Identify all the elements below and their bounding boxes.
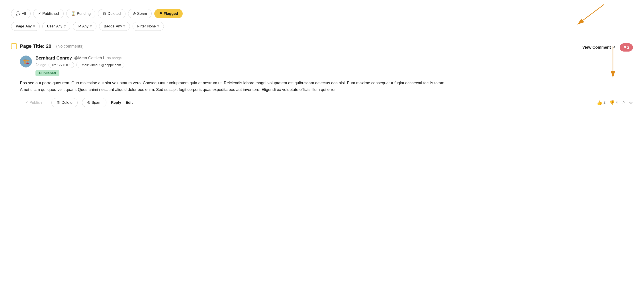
hourglass-icon: ⏳ xyxy=(71,11,76,16)
page-title: Page Title: 20 xyxy=(20,43,51,49)
check-icon: ✓ xyxy=(38,11,41,16)
badge-label: No badge xyxy=(106,56,122,60)
upvote-item[interactable]: 👍 2 xyxy=(597,100,606,105)
warning-icon: ⊙ xyxy=(133,11,136,16)
email-pill: Email: vince09@hoppe.com xyxy=(76,62,124,68)
chevron-down-icon: ▽ xyxy=(123,25,125,28)
section-divider xyxy=(11,37,633,37)
trash-small-icon: 🗑 xyxy=(56,100,60,105)
ip-filter-value: Any xyxy=(82,24,88,28)
filter-all[interactable]: 💬 All xyxy=(11,9,30,18)
status-filter-row: 💬 All ✓ Published ⏳ Pending 🗑 Deleted ⊙ … xyxy=(11,9,633,18)
author-name: Bernhard Conroy xyxy=(36,55,72,61)
delete-button[interactable]: 🗑 Delete xyxy=(52,98,78,107)
edit-button[interactable]: Edit xyxy=(126,100,133,105)
author-info: Bernhard Conroy @Meta Gottlieb I No badg… xyxy=(36,55,633,76)
trash-icon: 🗑 xyxy=(103,11,106,16)
author-row: 🏗️ Bernhard Conroy @Meta Gottlieb I No b… xyxy=(20,55,633,76)
warning-small-icon: ⊙ xyxy=(87,100,90,105)
star-item[interactable]: ☆ xyxy=(629,100,633,105)
ip-filter-dropdown[interactable]: IP Any ▽ xyxy=(73,22,96,31)
status-badge: Published xyxy=(36,70,633,76)
flag-count-badge: ⚑ 2 xyxy=(620,43,633,52)
downvote-item[interactable]: 👎 4 xyxy=(609,100,618,105)
custom-filter-value: None xyxy=(147,24,156,28)
page-filter-dropdown[interactable]: Page Any ▽ xyxy=(11,22,40,31)
flag-icon-small: ⚑ xyxy=(623,45,626,50)
chat-icon: 💬 xyxy=(16,11,20,16)
badge-filter-label: Badge xyxy=(104,24,114,28)
publish-button[interactable]: ✓ Publish xyxy=(20,98,47,107)
comment-body: 🏗️ Bernhard Conroy @Meta Gottlieb I No b… xyxy=(11,55,633,107)
page-filter-value: Any xyxy=(26,24,32,28)
custom-filter-dropdown[interactable]: Filter None ▽ xyxy=(132,22,164,31)
comment-header-row: Page Title: 20 (No comments) View Commen… xyxy=(11,43,633,52)
author-name-row: Bernhard Conroy @Meta Gottlieb I No badg… xyxy=(36,55,633,61)
user-filter-label: User xyxy=(47,24,55,28)
downvote-count: 4 xyxy=(616,100,618,105)
vote-area: 👍 2 👎 4 ♡ ☆ xyxy=(597,100,633,105)
comment-block: Page Title: 20 (No comments) View Commen… xyxy=(11,43,633,107)
action-row: ✓ Publish 🗑 Delete ⊙ Spam Reply Edit xyxy=(20,98,633,107)
chevron-down-icon: ▽ xyxy=(157,25,159,28)
heart-icon: ♡ xyxy=(622,100,626,105)
upvote-count: 2 xyxy=(604,100,606,105)
external-link-icon: ↗ xyxy=(612,45,615,50)
dropdown-filter-row: Page Any ▽ User Any ▽ IP Any ▽ Badge Any… xyxy=(11,22,633,31)
time-ago: 2d ago xyxy=(36,63,46,67)
check-small-icon: ✓ xyxy=(25,100,28,105)
view-comment-link[interactable]: View Comment ↗ xyxy=(582,45,615,50)
no-comments-label: (No comments) xyxy=(56,44,83,49)
select-checkbox[interactable] xyxy=(11,43,17,49)
author-handle: @Meta Gottlieb I xyxy=(74,56,104,60)
user-filter-value: Any xyxy=(56,24,62,28)
filter-spam[interactable]: ⊙ Spam xyxy=(128,9,152,18)
reply-button[interactable]: Reply xyxy=(111,100,121,105)
filter-published[interactable]: ✓ Published xyxy=(33,9,64,18)
comment-text: Eos sed aut porro quas rem. Quo molestia… xyxy=(20,80,633,93)
comment-title-area: Page Title: 20 (No comments) xyxy=(11,43,83,49)
chevron-down-icon: ▽ xyxy=(64,25,66,28)
heart-item[interactable]: ♡ xyxy=(622,100,626,105)
author-meta: 2d ago IP: 127.0.0.1 Email: vince09@hopp… xyxy=(36,62,633,68)
thumbs-down-icon: 👎 xyxy=(609,100,615,105)
star-icon: ☆ xyxy=(629,100,633,105)
user-filter-dropdown[interactable]: User Any ▽ xyxy=(42,22,70,31)
thumbs-up-icon: 👍 xyxy=(597,100,602,105)
ip-pill: IP: 127.0.0.1 xyxy=(48,62,74,68)
chevron-down-icon: ▽ xyxy=(90,25,92,28)
filter-pending[interactable]: ⏳ Pending xyxy=(66,9,95,18)
ip-filter-label: IP xyxy=(78,24,81,28)
badge-filter-value: Any xyxy=(116,24,122,28)
page-filter-label: Page xyxy=(16,24,24,28)
custom-filter-label: Filter xyxy=(137,24,146,28)
filter-flagged[interactable]: ⚑ Flagged xyxy=(154,9,183,18)
filter-deleted[interactable]: 🗑 Deleted xyxy=(98,9,126,18)
badge-filter-dropdown[interactable]: Badge Any ▽ xyxy=(99,22,130,31)
spam-button[interactable]: ⊙ Spam xyxy=(82,98,106,107)
flag-icon: ⚑ xyxy=(159,11,162,16)
chevron-down-icon: ▽ xyxy=(33,25,35,28)
avatar: 🏗️ xyxy=(20,55,32,67)
